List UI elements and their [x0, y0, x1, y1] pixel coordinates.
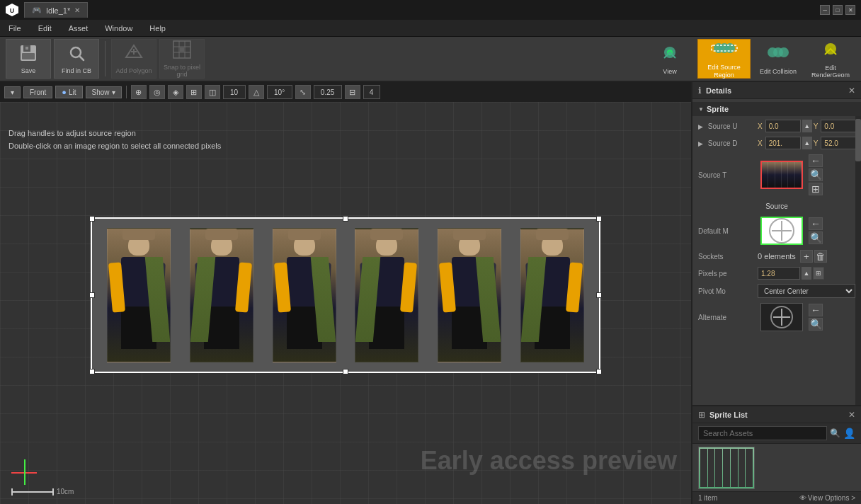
front-button[interactable]: Front [23, 86, 52, 98]
minimize-button[interactable]: ─ [820, 5, 830, 15]
pixels-per-row: Pixels pe ▲ ⊞ [692, 265, 861, 282]
sprite-list-close-button[interactable]: ✕ [848, 410, 855, 420]
source-u-y-input[interactable] [821, 120, 856, 132]
sprite-list-item-1[interactable] [698, 447, 755, 489]
source-u-x-up[interactable]: ▲ [802, 120, 812, 132]
pixels-expand[interactable]: ⊞ [813, 267, 824, 280]
details-scrollbar[interactable] [855, 116, 861, 405]
sprite-section-header[interactable]: Sprite [692, 102, 861, 116]
search-input[interactable] [698, 426, 827, 440]
user-icon[interactable]: 👤 [843, 428, 855, 439]
sprite-list-content[interactable] [692, 444, 861, 491]
crosshair-icon [769, 218, 794, 244]
source-d-x-input[interactable] [765, 137, 801, 149]
vp-icon-btn-6[interactable]: ⊟ [345, 85, 360, 99]
vp-icon-btn-1[interactable]: ⊕ [131, 85, 147, 99]
handle-top-left[interactable] [89, 216, 95, 222]
menu-window[interactable]: Window [102, 23, 135, 34]
tab-close-button[interactable]: ✕ [74, 6, 80, 14]
sprite-head-1 [128, 234, 149, 256]
scrollbar-thumb[interactable] [855, 119, 861, 161]
sockets-value: 0 elements + 🗑 [758, 250, 855, 263]
sockets-delete-button[interactable]: 🗑 [814, 250, 827, 263]
show-button[interactable]: Show ▾ [86, 86, 122, 98]
x-label-d: X [758, 139, 763, 147]
default-m-search[interactable]: 🔍 [809, 231, 823, 244]
default-m-arrow[interactable]: ← [809, 217, 823, 230]
edit-collision-icon [764, 42, 792, 67]
close-button[interactable]: ✕ [845, 5, 855, 15]
alternate-actions: ← 🔍 [809, 304, 823, 331]
alternate-arrow[interactable]: ← [809, 304, 823, 316]
details-close-button[interactable]: ✕ [848, 86, 855, 96]
source-d-x-up[interactable]: ▲ [802, 137, 812, 149]
view-options-button[interactable]: 👁 View Options > [799, 494, 855, 502]
y-label-u: Y [814, 122, 819, 130]
edit-source-region-button[interactable]: Edit Source Region [697, 39, 751, 79]
source-d-y-input[interactable] [821, 137, 856, 149]
handle-middle-left[interactable] [89, 292, 95, 298]
num-input-4[interactable] [363, 85, 380, 99]
instruction-line-1: Drag handles to adjust source region [8, 127, 221, 140]
svg-rect-16 [180, 47, 184, 52]
angle-input[interactable] [267, 85, 292, 99]
menu-asset[interactable]: Asset [66, 23, 91, 34]
add-polygon-button[interactable]: Add Polygon [111, 39, 156, 79]
pivot-mode-row: Pivot Mo Center Center Top Left Bottom C… [692, 282, 861, 300]
save-label: Save [21, 67, 36, 74]
alternate-search[interactable]: 🔍 [809, 318, 823, 331]
pixels-up[interactable]: ▲ [802, 267, 811, 280]
save-button[interactable]: Save [6, 39, 51, 79]
add-polygon-label: Add Polygon [115, 67, 152, 74]
pixels-value: ▲ ⊞ [758, 267, 855, 280]
sprite-section-label: Sprite [707, 105, 729, 113]
vp-icon-btn-5[interactable]: ◫ [205, 85, 220, 99]
find-in-cb-button[interactable]: Find in CB [54, 39, 99, 79]
pixels-input[interactable] [758, 267, 800, 280]
y-label-d: Y [814, 139, 819, 147]
lit-button[interactable]: ● Lit [55, 86, 82, 98]
search-icon[interactable]: 🔍 [830, 428, 840, 438]
handle-top-middle[interactable] [343, 216, 348, 222]
sprite-selection-area[interactable] [91, 217, 600, 373]
source-texture-expand[interactable]: ⊞ [809, 183, 823, 195]
menu-help[interactable]: Help [147, 23, 169, 34]
maximize-button[interactable]: □ [833, 5, 843, 15]
viewport-toolbar: ▾ Front ● Lit Show ▾ ⊕ ◎ ◈ ⊞ ◫ △ ⤡ [0, 82, 691, 102]
menu-file[interactable]: File [6, 23, 24, 34]
pivot-dropdown[interactable]: Center Center Top Left Bottom Center [758, 284, 855, 298]
sprite-list-icon: ⊞ [698, 410, 705, 420]
source-texture-thumb[interactable] [760, 161, 803, 189]
details-panel-header: ℹ Details ✕ [692, 82, 861, 99]
vp-icon-btn-4[interactable]: ⊞ [186, 85, 202, 99]
ue-logo-icon: U [6, 4, 18, 16]
view-button[interactable]: View [645, 39, 695, 79]
menu-edit[interactable]: Edit [35, 23, 55, 34]
vp-triangle-icon: △ [249, 85, 264, 99]
source-texture-search[interactable]: 🔍 [809, 168, 823, 181]
x-label-u: X [758, 122, 763, 130]
active-tab[interactable]: 🎮 Idle_1* ✕ [24, 2, 88, 18]
source-u-x-input[interactable] [765, 120, 801, 132]
snap-button[interactable]: Snap to pixel grid [159, 39, 205, 79]
source-texture-row: Source T ← 🔍 ⊞ [692, 151, 861, 198]
grid-size-input[interactable] [223, 85, 246, 99]
source-u-value: X ▲ Y ▲ [758, 120, 861, 132]
item-count: 1 item [698, 494, 797, 502]
alternate-thumb[interactable] [760, 303, 803, 331]
edit-collision-button[interactable]: Edit Collision [753, 39, 803, 79]
alternate-crosshair-icon [770, 306, 793, 328]
vp-icon-btn-3[interactable]: ◈ [168, 85, 183, 99]
sprite-char-3 [273, 228, 336, 362]
edit-rendergeom-button[interactable]: Edit RenderGeom [806, 39, 855, 79]
scale-input[interactable] [314, 85, 342, 99]
default-m-thumb[interactable] [760, 217, 803, 245]
vp-icon-btn-2[interactable]: ◎ [149, 85, 165, 99]
vp-dropdown-button[interactable]: ▾ [4, 86, 21, 98]
source-texture-arrow[interactable]: ← [809, 154, 823, 167]
front-label: Front [30, 88, 46, 96]
svg-rect-4 [22, 53, 35, 59]
sockets-add-button[interactable]: + [800, 250, 813, 263]
viewport[interactable]: ▾ Front ● Lit Show ▾ ⊕ ◎ ◈ ⊞ ◫ △ ⤡ [0, 82, 691, 504]
sprite-list-footer: 1 item 👁 View Options > [692, 491, 861, 504]
